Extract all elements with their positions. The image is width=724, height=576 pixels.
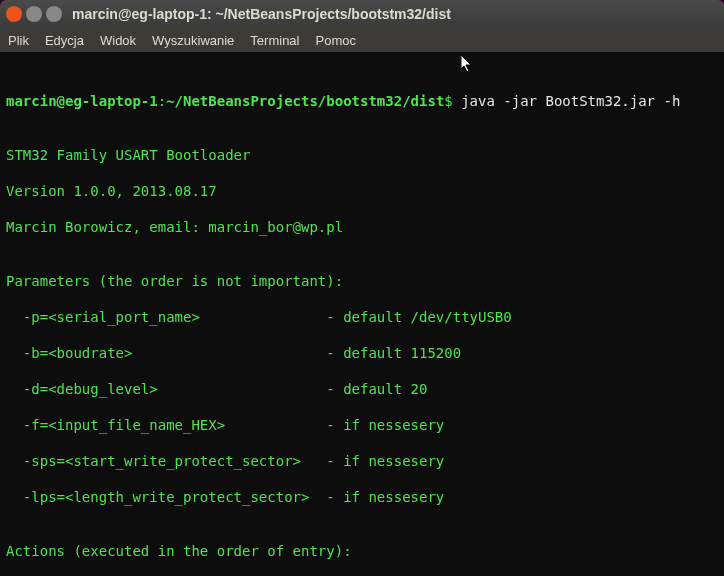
output-line: Version 1.0.0, 2013.08.17 [6, 182, 718, 200]
window-title: marcin@eg-laptop-1: ~/NetBeansProjects/b… [72, 6, 718, 22]
prompt-path: ~/NetBeansProjects/bootstm32/dist [166, 93, 444, 109]
output-line: Actions (executed in the order of entry)… [6, 542, 718, 560]
minimize-icon[interactable] [26, 6, 42, 22]
menu-terminal[interactable]: Terminal [250, 33, 299, 48]
output-line: -sps=<start_write_protect_sector> - if n… [6, 452, 718, 470]
output-line: -d=<debug_level> - default 20 [6, 380, 718, 398]
menu-widok[interactable]: Widok [100, 33, 136, 48]
mouse-cursor-icon [460, 54, 474, 74]
prompt-user: marcin@eg-laptop-1 [6, 93, 158, 109]
menu-pomoc[interactable]: Pomoc [315, 33, 355, 48]
command-text: java -jar BootStm32.jar -h [461, 93, 680, 109]
menu-plik[interactable]: Plik [8, 33, 29, 48]
output-line: STM32 Family USART Bootloader [6, 146, 718, 164]
output-line: -p=<serial_port_name> - default /dev/tty… [6, 308, 718, 326]
window-titlebar: marcin@eg-laptop-1: ~/NetBeansProjects/b… [0, 0, 724, 28]
menubar: Plik Edycja Widok Wyszukiwanie Terminal … [0, 28, 724, 52]
prompt-line-1: marcin@eg-laptop-1:~/NetBeansProjects/bo… [6, 92, 718, 110]
output-line: Parameters (the order is not important): [6, 272, 718, 290]
output-line: -b=<boudrate> - default 115200 [6, 344, 718, 362]
maximize-icon[interactable] [46, 6, 62, 22]
close-icon[interactable] [6, 6, 22, 22]
terminal-area[interactable]: marcin@eg-laptop-1:~/NetBeansProjects/bo… [0, 52, 724, 576]
prompt-char: $ [444, 93, 452, 109]
output-line: -f=<input_file_name_HEX> - if nessesery [6, 416, 718, 434]
output-line: -lps=<length_write_protect_sector> - if … [6, 488, 718, 506]
menu-wyszukiwanie[interactable]: Wyszukiwanie [152, 33, 234, 48]
output-line: Marcin Borowicz, email: marcin_bor@wp.pl [6, 218, 718, 236]
prompt-sep: : [158, 93, 166, 109]
menu-edycja[interactable]: Edycja [45, 33, 84, 48]
